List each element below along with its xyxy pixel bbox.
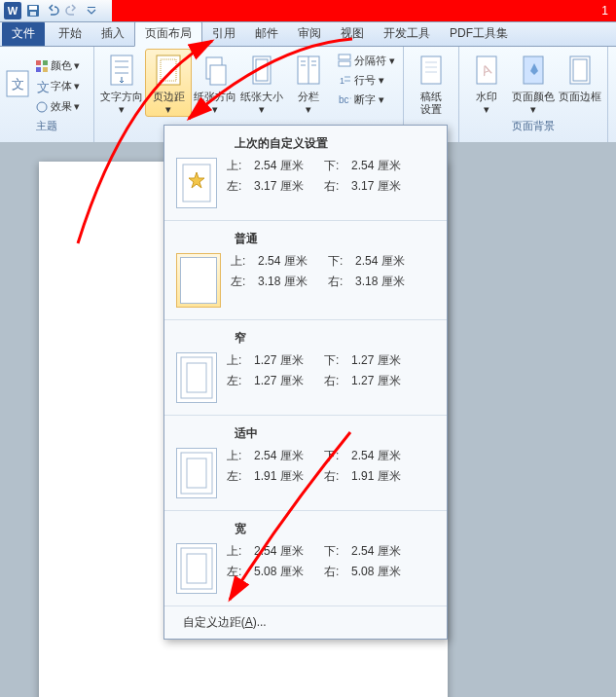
tab-file[interactable]: 文件 <box>2 21 45 46</box>
quick-access-toolbar <box>25 3 99 18</box>
qat-dropdown-icon[interactable] <box>84 3 99 18</box>
svg-rect-28 <box>339 55 350 59</box>
preset-values: 上:2.54 厘米下:2.54 厘米左:1.91 厘米右:1.91 厘米 <box>227 448 435 485</box>
preset-icon <box>176 253 221 308</box>
window-top-strip: 1 <box>112 0 616 21</box>
watermark-button[interactable]: A 水印▾ <box>463 49 510 117</box>
preset-title: 普通 <box>176 231 435 247</box>
hyphenation-button[interactable]: bc⁻断字▾ <box>334 90 399 109</box>
themes-button[interactable]: 文 <box>2 56 33 117</box>
theme-fonts[interactable]: 文字体▾ <box>33 77 91 96</box>
preset-title: 窄 <box>176 330 435 347</box>
tab-8[interactable]: PDF工具集 <box>440 21 518 46</box>
svg-point-11 <box>37 102 47 112</box>
preset-values: 上:2.54 厘米下:2.54 厘米左:5.08 厘米右:5.08 厘米 <box>227 543 435 580</box>
preset-title: 上次的自定义设置 <box>176 135 435 152</box>
tab-0[interactable]: 开始 <box>49 21 91 46</box>
svg-rect-3 <box>88 7 95 8</box>
svg-rect-6 <box>36 60 41 65</box>
margin-preset-3[interactable]: 适中上:2.54 厘米下:2.54 厘米左:1.91 厘米右:1.91 厘米 <box>164 416 447 511</box>
tab-5[interactable]: 审阅 <box>288 21 331 46</box>
page-borders-button[interactable]: 页面边框 <box>557 49 603 117</box>
svg-text:bc⁻: bc⁻ <box>339 94 351 105</box>
margins-button[interactable]: 页边距▾ <box>145 49 192 117</box>
preset-icon <box>176 352 217 403</box>
preset-title: 宽 <box>176 521 435 537</box>
margins-dropdown: 上次的自定义设置上:2.54 厘米下:2.54 厘米左:3.17 厘米右:3.1… <box>163 125 448 640</box>
tab-3[interactable]: 引用 <box>202 21 245 46</box>
word-icon: W <box>4 2 21 19</box>
preset-icon <box>176 158 217 208</box>
ribbon-tabs: 文件 开始插入页面布局引用邮件审阅视图开发工具PDF工具集 <box>0 22 616 47</box>
preset-values: 上:2.54 厘米下:2.54 厘米左:3.17 厘米右:3.17 厘米 <box>227 158 435 195</box>
svg-rect-7 <box>43 60 48 65</box>
group-label-pagebg: 页面背景 <box>463 117 603 135</box>
svg-rect-1 <box>29 6 37 10</box>
group-label-theme: 主题 <box>2 117 91 135</box>
line-numbers-button[interactable]: 1行号▾ <box>334 70 399 90</box>
tab-6[interactable]: 视图 <box>331 21 374 46</box>
tab-7[interactable]: 开发工具 <box>374 21 440 46</box>
preset-icon <box>176 543 217 594</box>
preset-icon <box>176 448 217 498</box>
redo-icon[interactable] <box>64 3 80 18</box>
title-bar: W 1 <box>0 0 616 22</box>
svg-text:文: 文 <box>37 80 49 93</box>
margin-preset-0[interactable]: 上次的自定义设置上:2.54 厘米下:2.54 厘米左:3.17 厘米右:3.1… <box>164 126 447 221</box>
svg-rect-34 <box>421 56 441 84</box>
breaks-button[interactable]: 分隔符▾ <box>334 51 399 70</box>
preset-title: 适中 <box>176 425 435 442</box>
theme-colors[interactable]: 颜色▾ <box>33 56 91 76</box>
svg-rect-19 <box>210 65 226 85</box>
margin-preset-1[interactable]: 普通上:2.54 厘米下:2.54 厘米左:3.18 厘米右:3.18 厘米 <box>164 221 447 320</box>
svg-text:文: 文 <box>12 77 24 92</box>
svg-rect-2 <box>30 12 36 16</box>
preset-values: 上:2.54 厘米下:2.54 厘米左:3.18 厘米右:3.18 厘米 <box>231 253 435 290</box>
page-color-button[interactable]: 页面颜色▾ <box>510 49 557 117</box>
tab-2[interactable]: 页面布局 <box>134 20 202 47</box>
columns-button[interactable]: 分栏▾ <box>285 49 332 117</box>
preset-values: 上:1.27 厘米下:1.27 厘米左:1.27 厘米右:1.27 厘米 <box>227 352 435 389</box>
margin-preset-4[interactable]: 宽上:2.54 厘米下:2.54 厘米左:5.08 厘米右:5.08 厘米 <box>164 511 447 606</box>
svg-rect-9 <box>43 67 48 72</box>
custom-margins-item[interactable]: 自定义边距(A)... <box>164 606 447 639</box>
tab-1[interactable]: 插入 <box>91 21 134 46</box>
text-direction-button[interactable]: 文字方向▾ <box>98 49 145 117</box>
margin-preset-2[interactable]: 窄上:1.27 厘米下:1.27 厘米左:1.27 厘米右:1.27 厘米 <box>164 320 447 416</box>
save-icon[interactable] <box>25 3 41 18</box>
title-indicator: 1 <box>601 4 608 18</box>
theme-effects[interactable]: 效果▾ <box>33 97 91 117</box>
svg-rect-8 <box>36 67 41 72</box>
orientation-button[interactable]: 纸张方向▾ <box>192 49 238 117</box>
undo-icon[interactable] <box>45 3 60 18</box>
size-button[interactable]: 纸张大小▾ <box>238 49 285 117</box>
tab-4[interactable]: 邮件 <box>245 21 288 46</box>
paper-settings-button[interactable]: 稿纸设置 <box>408 49 454 117</box>
svg-rect-29 <box>339 61 350 66</box>
svg-text:1: 1 <box>340 76 344 86</box>
